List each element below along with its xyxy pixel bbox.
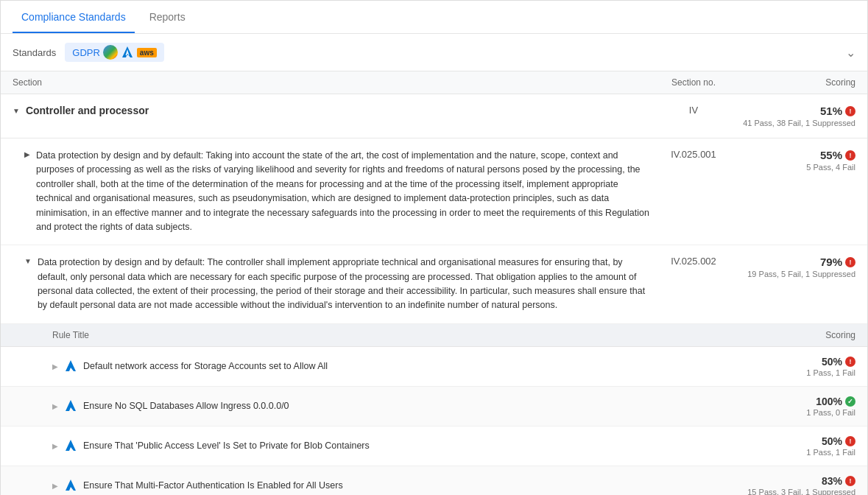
rule-expand-4[interactable]: ▶ xyxy=(52,482,58,490)
gcp-icon xyxy=(103,45,118,60)
score-detail: 41 Pass, 38 Fail, 1 Suppressed xyxy=(738,119,855,127)
th-section: Section xyxy=(13,77,649,88)
rule-title-text-3: Ensure That 'Public Access Level' Is Set… xyxy=(83,440,370,451)
alert-icon-red: ! xyxy=(845,106,855,116)
azure-rule-icon-4 xyxy=(64,479,77,492)
subsection-expand-1[interactable]: ▶ xyxy=(24,150,30,158)
rule-score-pct-3: 50% ! xyxy=(738,435,855,447)
azure-rule-icon-3 xyxy=(64,439,77,452)
subsection-scoring-1: 55% ! 5 Pass, 4 Fail xyxy=(738,149,855,172)
section-no: IV xyxy=(649,105,738,116)
sub-score-detail-2: 19 Pass, 5 Fail, 1 Suppressed xyxy=(738,270,855,278)
table-header: Section Section no. Scoring xyxy=(1,71,867,94)
rule-score-detail-2: 1 Pass, 0 Fail xyxy=(738,408,855,417)
gdpr-tag[interactable]: GDPR aws xyxy=(65,43,163,62)
rule-scoring-3: 50% ! 1 Pass, 1 Fail xyxy=(738,435,855,457)
sub-alert-1: ! xyxy=(845,150,855,161)
rule-alert-4: ! xyxy=(845,476,855,486)
rule-score-pct-2: 100% ✓ xyxy=(738,396,855,407)
rule-alert-2: ✓ xyxy=(845,396,855,407)
section-row-controller: ▼ Controller and processor IV 51% ! 41 P… xyxy=(1,94,867,138)
tab-reports[interactable]: Reports xyxy=(141,1,194,33)
score-pct: 51% ! xyxy=(738,105,855,117)
rule-score-pct-1: 50% ! xyxy=(738,356,855,368)
rule-score-detail-1: 1 Pass, 1 Fail xyxy=(738,368,855,377)
standards-tags: GDPR aws xyxy=(65,43,846,62)
rules-table: Rule Title Scoring ▶ Default network acc… xyxy=(1,324,867,495)
section-expand-icon[interactable]: ▼ xyxy=(13,107,20,115)
sub-score-detail-1: 5 Pass, 4 Fail xyxy=(738,163,855,172)
rule-title-cell-4: ▶ Ensure That Multi-Factor Authenticatio… xyxy=(52,479,738,492)
section-title-text: Controller and processor xyxy=(26,105,149,116)
subsection-content-2: ▼ Data protection by design and by defau… xyxy=(24,256,649,313)
rule-score-detail-4: 15 Pass, 3 Fail, 1 Suppressed xyxy=(738,488,855,495)
subsection-row-1: ▶ Data protection by design and by defau… xyxy=(1,138,867,245)
aws-icon: aws xyxy=(137,48,157,57)
subsection-text-1: Data protection by design and by default… xyxy=(36,149,649,234)
rule-alert-3: ! xyxy=(845,436,855,446)
subsection-text-2: Data protection by design and by default… xyxy=(38,256,649,313)
standards-label: Standards xyxy=(13,47,56,58)
th-scoring: Scoring xyxy=(738,77,855,88)
rh-scoring: Scoring xyxy=(738,330,855,340)
chevron-down-icon[interactable]: ⌄ xyxy=(846,46,855,60)
app-container: Compliance Standards Reports Standards G… xyxy=(0,0,868,495)
azure-rule-icon-1 xyxy=(64,359,77,373)
subsection-scoring-2: 79% ! 19 Pass, 5 Fail, 1 Suppressed xyxy=(738,256,855,278)
subsection-expand-2[interactable]: ▼ xyxy=(24,257,32,265)
azure-icon xyxy=(121,46,134,59)
rule-expand-3[interactable]: ▶ xyxy=(52,442,58,450)
sub-score-pct-1: 55% ! xyxy=(738,149,855,161)
rule-row-2: ▶ Ensure No SQL Databases Allow Ingress … xyxy=(1,387,867,426)
rule-row-4: ▶ Ensure That Multi-Factor Authenticatio… xyxy=(1,466,867,495)
rule-scoring-2: 100% ✓ 1 Pass, 0 Fail xyxy=(738,396,855,417)
gdpr-label: GDPR xyxy=(72,47,100,58)
rule-title-cell-1: ▶ Default network access for Storage Acc… xyxy=(52,359,738,373)
rule-expand-2[interactable]: ▶ xyxy=(52,402,58,410)
rule-title-text-4: Ensure That Multi-Factor Authentication … xyxy=(83,480,343,491)
rule-scoring-1: 50% ! 1 Pass, 1 Fail xyxy=(738,356,855,377)
rules-header: Rule Title Scoring xyxy=(1,324,867,347)
azure-rule-icon-2 xyxy=(64,399,77,412)
sub-score-pct-2: 79% ! xyxy=(738,256,855,268)
rule-title-cell-2: ▶ Ensure No SQL Databases Allow Ingress … xyxy=(52,399,738,412)
rule-title-cell-3: ▶ Ensure That 'Public Access Level' Is S… xyxy=(52,439,738,452)
subsection-content-1: ▶ Data protection by design and by defau… xyxy=(24,149,649,234)
subsection-row-2: ▼ Data protection by design and by defau… xyxy=(1,245,867,324)
section-title: ▼ Controller and processor xyxy=(13,105,649,116)
subsection-no-2: IV.025.002 xyxy=(649,256,738,267)
section-scoring: 51% ! 41 Pass, 38 Fail, 1 Suppressed xyxy=(738,105,855,127)
rule-expand-1[interactable]: ▶ xyxy=(52,362,58,371)
th-section-no: Section no. xyxy=(649,77,738,88)
rh-title: Rule Title xyxy=(52,330,738,340)
rule-score-detail-3: 1 Pass, 1 Fail xyxy=(738,448,855,457)
rule-score-pct-4: 83% ! xyxy=(738,475,855,487)
header-tabs: Compliance Standards Reports xyxy=(1,1,867,34)
subsection-no-1: IV.025.001 xyxy=(649,149,738,160)
sub-alert-2: ! xyxy=(845,257,855,267)
rule-title-text-2: Ensure No SQL Databases Allow Ingress 0.… xyxy=(83,401,289,411)
standards-bar: Standards GDPR aws ⌄ xyxy=(1,34,867,71)
tab-compliance[interactable]: Compliance Standards xyxy=(13,1,135,33)
rule-title-text-1: Default network access for Storage Accou… xyxy=(83,361,328,371)
rule-scoring-4: 83% ! 15 Pass, 3 Fail, 1 Suppressed xyxy=(738,475,855,495)
rule-alert-1: ! xyxy=(845,357,855,367)
rule-row-3: ▶ Ensure That 'Public Access Level' Is S… xyxy=(1,426,867,466)
rule-row-1: ▶ Default network access for Storage Acc… xyxy=(1,347,867,387)
